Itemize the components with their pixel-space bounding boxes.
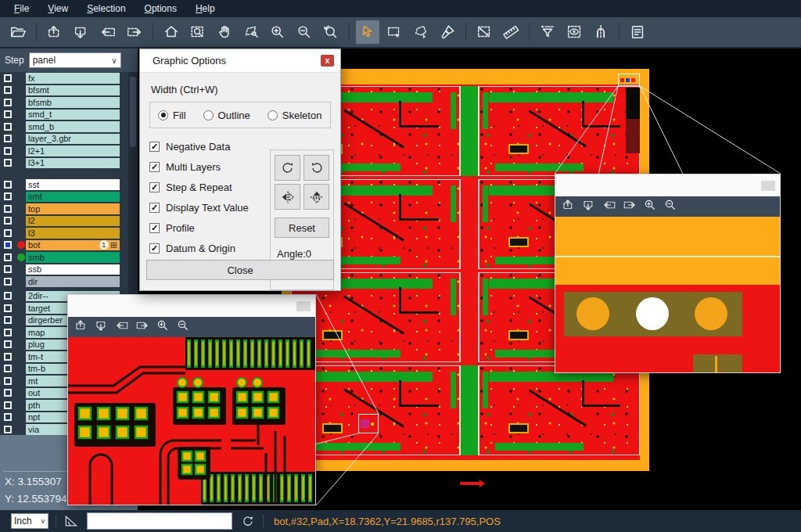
layer-row-fx[interactable]: fx xyxy=(0,72,128,84)
layer-row-bfsmt[interactable]: bfsmt xyxy=(0,84,128,97)
layer-row-smt[interactable]: smt xyxy=(0,191,128,203)
rotate-ccw-button[interactable] xyxy=(304,155,329,181)
open-folder-button[interactable] xyxy=(6,20,30,44)
window-button[interactable] xyxy=(296,301,311,311)
menu-view[interactable]: View xyxy=(40,2,76,16)
layer-chip[interactable]: bot1⊞ xyxy=(26,240,120,251)
layer-checkbox[interactable] xyxy=(4,86,12,94)
nudge-left-button[interactable] xyxy=(602,198,616,215)
checkbox-profile[interactable]: ✓Profile xyxy=(149,217,265,238)
zoom-out-button[interactable] xyxy=(293,20,316,44)
layer-chip[interactable]: l3 xyxy=(26,228,120,239)
menu-options[interactable]: Options xyxy=(137,2,185,16)
layer-row-sst[interactable]: sst xyxy=(0,178,128,191)
window-button[interactable] xyxy=(761,181,775,191)
zoom-out-button[interactable] xyxy=(176,318,190,336)
layer-checkbox[interactable] xyxy=(4,316,12,324)
layer-row-dir[interactable]: dir xyxy=(0,275,128,288)
layer-checkbox[interactable] xyxy=(4,205,12,213)
dialog-titlebar[interactable]: Graphic Options x xyxy=(140,49,340,73)
zoom-polygon-button[interactable] xyxy=(239,20,263,44)
layer-chip[interactable]: top xyxy=(26,203,120,214)
close-icon[interactable]: x xyxy=(321,55,334,66)
layer-checkbox[interactable] xyxy=(4,99,12,106)
layer-chip[interactable]: dir xyxy=(26,276,120,287)
layer-checkbox[interactable] xyxy=(4,292,12,300)
layer-active-dot[interactable] xyxy=(17,253,25,261)
menu-help[interactable]: Help xyxy=(188,2,223,16)
layer-checkbox[interactable] xyxy=(4,229,12,237)
layer-row-l2+1[interactable]: l2+1 xyxy=(0,145,128,157)
layer-chip[interactable]: l2 xyxy=(26,216,120,227)
select-button[interactable] xyxy=(356,20,379,44)
checkbox-step-repeat[interactable]: ✓Step & Repeat xyxy=(149,177,265,197)
layer-checkbox[interactable] xyxy=(4,365,12,372)
layer-checkbox[interactable] xyxy=(4,304,12,312)
layer-checkbox[interactable] xyxy=(4,217,12,225)
mirror-horizontal-button[interactable] xyxy=(275,184,300,210)
measure-button[interactable] xyxy=(472,20,496,44)
zoom-previous-button[interactable] xyxy=(319,20,343,44)
menu-selection[interactable]: Selection xyxy=(79,2,133,16)
layer-checkbox[interactable] xyxy=(4,329,12,336)
layer-chip[interactable]: l2+1 xyxy=(26,146,120,156)
mirror-vertical-button[interactable] xyxy=(304,184,329,210)
nudge-right-button[interactable] xyxy=(123,20,146,44)
magnifier-1-titlebar[interactable] xyxy=(68,295,315,317)
layer-chip[interactable]: sst xyxy=(26,179,120,190)
layer-chip[interactable]: layer_3.gbr xyxy=(26,134,120,145)
rotate-cw-button[interactable] xyxy=(275,155,300,181)
layer-checkbox[interactable] xyxy=(4,181,12,189)
select-rect-button[interactable] xyxy=(383,20,406,44)
reset-button[interactable]: Reset xyxy=(275,217,329,238)
layer-chip[interactable]: smd_b xyxy=(26,121,120,132)
layer-row-l3+1[interactable]: l3+1 xyxy=(0,157,128,170)
zoom-in-button[interactable] xyxy=(266,20,289,44)
layer-row-layer_3.gbr[interactable]: layer_3.gbr xyxy=(0,133,128,146)
layer-checkbox[interactable] xyxy=(4,253,12,261)
home-button[interactable] xyxy=(160,20,183,44)
layer-chip[interactable]: ssb xyxy=(26,264,120,275)
layer-chip[interactable]: fx xyxy=(26,73,120,84)
layer-checkbox[interactable] xyxy=(4,377,12,385)
zoom-out-button[interactable] xyxy=(663,198,677,215)
layer-checkbox[interactable] xyxy=(4,278,12,286)
layer-checkbox[interactable] xyxy=(4,147,12,155)
nudge-up-button[interactable] xyxy=(562,198,576,215)
layer-checkbox[interactable] xyxy=(4,401,12,409)
checkbox-multi-layers[interactable]: ✓Multi Layers xyxy=(149,156,265,177)
nudge-down-button[interactable] xyxy=(582,198,596,215)
layer-chip[interactable]: bfsmb xyxy=(26,97,120,108)
layer-chip[interactable]: smt xyxy=(26,192,120,203)
layer-row-smd_t[interactable]: smd_t xyxy=(0,109,128,121)
layer-chip[interactable]: bfsmt xyxy=(26,85,120,96)
radio-skeleton[interactable]: Skeleton xyxy=(268,110,322,121)
layer-row-l2[interactable]: l2 xyxy=(0,215,128,228)
nudge-left-button[interactable] xyxy=(115,318,129,336)
net-search-button[interactable] xyxy=(589,20,612,44)
nudge-down-button[interactable] xyxy=(70,20,93,44)
checkbox-datum-origin[interactable]: ✓Datum & Origin xyxy=(149,238,265,258)
nudge-down-button[interactable] xyxy=(95,318,109,336)
nudge-right-button[interactable] xyxy=(135,318,149,336)
layer-checkbox[interactable] xyxy=(4,135,12,142)
nudge-left-button[interactable] xyxy=(96,20,120,44)
unit-select[interactable]: Inch ∨ xyxy=(11,513,48,529)
command-input[interactable] xyxy=(87,512,232,530)
layer-chip[interactable]: l3+1 xyxy=(26,158,120,169)
angle-measure-icon[interactable] xyxy=(63,513,79,529)
radio-fill[interactable]: Fill xyxy=(158,110,186,121)
magnifier-window-1[interactable] xyxy=(67,294,316,505)
layer-chip[interactable]: smb xyxy=(26,252,120,263)
layer-checkbox[interactable] xyxy=(4,74,12,82)
layer-row-smd_b[interactable]: smd_b xyxy=(0,120,128,133)
step-select[interactable]: panel ∨ xyxy=(29,52,121,68)
nudge-up-button[interactable] xyxy=(74,318,88,336)
zoom-in-button[interactable] xyxy=(643,198,657,215)
nudge-up-button[interactable] xyxy=(43,20,66,44)
layer-row-bot[interactable]: bot1⊞ xyxy=(0,239,128,252)
checkbox-display-text-value[interactable]: ✓Display Text Value xyxy=(149,197,265,217)
magnifier-window-2[interactable] xyxy=(555,174,781,373)
ruler-button[interactable] xyxy=(499,20,523,44)
layer-checkbox[interactable] xyxy=(4,413,12,421)
